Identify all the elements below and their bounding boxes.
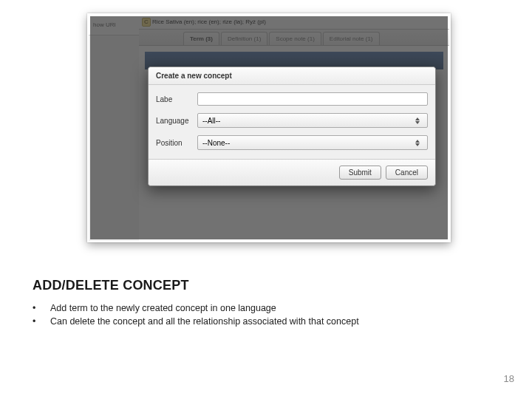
language-select[interactable]: --All-- (197, 113, 428, 128)
form-row-label: Labe (156, 92, 428, 106)
cancel-button[interactable]: Cancel (386, 166, 428, 180)
chevron-updown-icon (412, 140, 423, 146)
bullet-marker: • (33, 303, 50, 313)
submit-button[interactable]: Submit (339, 166, 381, 180)
form-row-position: Position --None-- (156, 135, 428, 150)
list-item: • Add term to the newly created concept … (33, 303, 359, 313)
bullet-text: Can delete the concept and all the relat… (50, 316, 359, 327)
bullet-marker: • (33, 316, 50, 327)
bullet-text: Add term to the newly created concept in… (50, 303, 276, 313)
position-label: Position (156, 139, 197, 147)
chevron-updown-icon (412, 117, 423, 124)
dialog-body: Labe Language --All-- Position --None-- (149, 85, 435, 159)
page-number: 18 (504, 373, 514, 384)
dialog-footer: Submit Cancel (149, 159, 435, 185)
dialog-title: Create a new concept (149, 67, 435, 85)
form-row-language: Language --All-- (156, 113, 428, 128)
bullet-list: • Add term to the newly created concept … (33, 303, 359, 330)
label-input[interactable] (197, 92, 428, 106)
slide-heading: ADD/DELETE CONCEPT (33, 278, 189, 293)
screenshot-frame: how URI C Rice Sativa (en); rice (en); r… (87, 13, 451, 242)
position-select[interactable]: --None-- (197, 135, 428, 150)
language-value: --All-- (202, 117, 220, 125)
position-value: --None-- (202, 139, 230, 147)
create-concept-dialog: Create a new concept Labe Language --All… (148, 66, 436, 186)
list-item: • Can delete the concept and all the rel… (33, 316, 359, 327)
app-background: how URI C Rice Sativa (en); rice (en); r… (89, 15, 449, 241)
language-label: Language (156, 117, 197, 125)
label-label: Labe (156, 95, 197, 103)
